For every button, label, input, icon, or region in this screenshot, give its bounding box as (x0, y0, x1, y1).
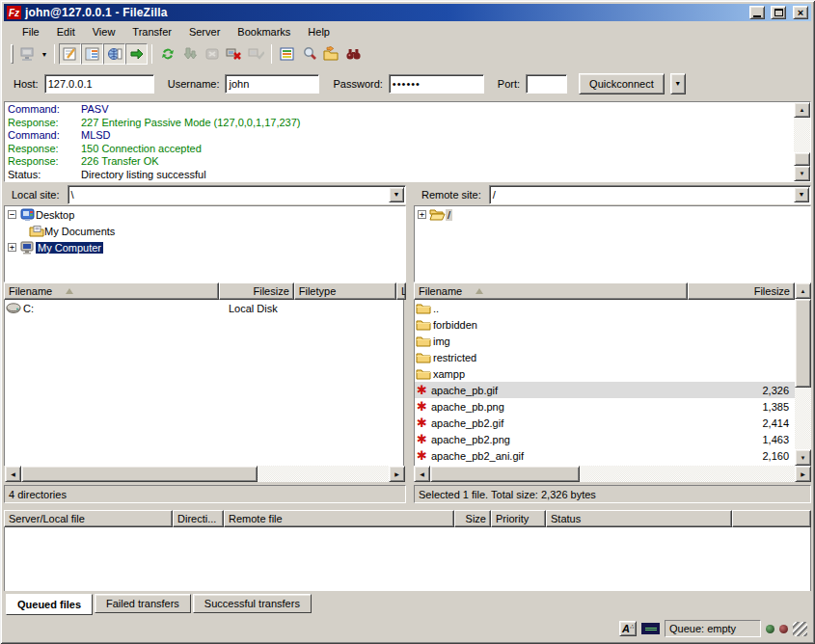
process-queue-button[interactable] (178, 43, 201, 65)
refresh-button[interactable] (156, 43, 178, 65)
open-folder-icon (429, 208, 446, 221)
chevron-down-icon: ▼ (41, 51, 48, 58)
scroll-down-icon[interactable]: ▼ (795, 449, 811, 466)
expand-icon[interactable]: + (8, 243, 16, 252)
column-direction[interactable]: Directi... (173, 510, 224, 527)
local-directory-tree[interactable]: − Desktop My Documents + My Computer (4, 205, 406, 282)
menu-view[interactable]: View (84, 24, 124, 40)
scroll-up-icon[interactable]: ▲ (794, 102, 810, 118)
menu-bookmarks[interactable]: Bookmarks (229, 24, 299, 40)
column-size[interactable]: Size (454, 510, 491, 527)
activity-led-red-icon (779, 625, 788, 633)
remote-file-row[interactable]: ✱ apache_pb2.gif 2,414 (415, 415, 795, 431)
scrollbar-thumb[interactable] (794, 152, 810, 166)
toolbar-grip[interactable] (11, 44, 14, 64)
tree-item-my-documents[interactable]: My Documents (5, 223, 405, 239)
column-last-modified[interactable]: L (396, 282, 406, 300)
synchronized-browsing-button[interactable] (342, 43, 365, 65)
quickconnect-button[interactable]: Quickconnect (579, 73, 665, 94)
column-server-local-file[interactable]: Server/Local file (4, 510, 173, 527)
column-priority[interactable]: Priority (491, 510, 546, 527)
column-filesize[interactable]: Filesize (219, 282, 293, 300)
tab-failed-transfers[interactable]: Failed transfers (95, 594, 191, 613)
close-button[interactable]: × (793, 6, 808, 19)
disconnect-button[interactable] (223, 43, 245, 65)
scroll-up-icon[interactable]: ▲ (795, 282, 811, 299)
column-filename[interactable]: Filename (4, 282, 219, 300)
remote-file-row[interactable]: ✱ apache_pb2_ani.gif 2,160 (415, 447, 795, 464)
tab-successful-transfers[interactable]: Successful transfers (193, 594, 312, 613)
scroll-down-icon[interactable]: ▼ (794, 166, 810, 181)
column-filetype[interactable]: Filetype (294, 282, 396, 300)
remote-file-row[interactable]: forbidden (415, 316, 795, 333)
menu-edit[interactable]: Edit (48, 24, 84, 40)
message-log[interactable]: Command:PASV Response:227 Entering Passi… (4, 101, 811, 182)
remote-file-row[interactable]: ✱ apache_pb.png 1,385 (415, 398, 795, 415)
port-input[interactable] (526, 74, 567, 94)
toolbar-separator (271, 44, 272, 64)
chevron-down-icon[interactable]: ▼ (389, 187, 404, 202)
toggle-transfer-queue-button[interactable] (125, 43, 148, 65)
file-search-button[interactable] (298, 43, 320, 65)
transfer-queue-list[interactable] (4, 527, 811, 591)
directory-comparison-button[interactable] (320, 43, 342, 65)
scrollbar-thumb[interactable] (795, 299, 811, 388)
resize-grip[interactable] (793, 622, 807, 636)
local-list-horizontal-scrollbar[interactable]: ◀ ▶ (5, 466, 405, 482)
remote-site-combobox[interactable]: / ▼ (489, 185, 811, 204)
expand-icon[interactable]: + (418, 210, 426, 219)
menu-server[interactable]: Server (180, 24, 229, 40)
filezilla-logo-icon[interactable]: Fz (7, 6, 21, 19)
collapse-icon[interactable]: − (8, 210, 16, 219)
remote-file-list[interactable]: .. forbidden img restricted xampp ✱ apac… (414, 300, 795, 466)
remote-file-row[interactable]: restricted (415, 349, 795, 365)
log-vertical-scrollbar[interactable]: ▲ ▼ (794, 102, 810, 181)
site-manager-dropdown-button[interactable]: ▼ (39, 43, 50, 65)
quickconnect-dropdown-button[interactable]: ▼ (670, 73, 686, 94)
host-input[interactable]: 127.0.0.1 (44, 74, 154, 94)
local-file-row[interactable]: C: Local Disk (5, 300, 403, 316)
scroll-right-icon[interactable]: ▶ (389, 466, 405, 482)
remote-file-row[interactable]: .. (415, 300, 795, 316)
menu-help[interactable]: Help (299, 24, 339, 40)
directory-listing-filters-button[interactable] (276, 43, 298, 65)
site-manager-button[interactable] (16, 43, 39, 65)
local-site-combobox[interactable]: \ ▼ (68, 185, 406, 204)
menu-transfer[interactable]: Transfer (123, 24, 180, 40)
remote-list-horizontal-scrollbar[interactable]: ◀ ▶ (414, 466, 811, 482)
transfer-type-indicator[interactable]: A∴ (619, 621, 637, 636)
remote-directory-tree[interactable]: + / (414, 205, 811, 282)
remote-file-row[interactable]: ✱ apache_pb2.png 1,463 (415, 431, 795, 447)
column-remote-file[interactable]: Remote file (224, 510, 454, 527)
remote-file-row-selected[interactable]: ✱ apache_pb.gif 2,326 (415, 382, 795, 398)
scroll-right-icon[interactable]: ▶ (795, 466, 811, 482)
remote-file-row[interactable]: xampp (415, 365, 795, 382)
menu-file[interactable]: File (14, 24, 48, 40)
scrollbar-thumb[interactable] (21, 466, 258, 482)
toggle-message-log-button[interactable] (59, 43, 81, 65)
remote-file-row[interactable]: img (415, 333, 795, 349)
maximize-button[interactable] (771, 6, 786, 19)
tree-item-my-computer[interactable]: + My Computer (5, 239, 405, 255)
tree-item-desktop[interactable]: − Desktop (5, 206, 405, 223)
remote-list-vertical-scrollbar[interactable]: ▲ ▼ (795, 282, 811, 466)
scrollbar-thumb[interactable] (430, 466, 580, 482)
speedlimit-indicator-icon[interactable] (641, 623, 660, 634)
toggle-local-tree-button[interactable] (81, 43, 103, 65)
tree-item-root[interactable]: + / (415, 206, 810, 223)
title-bar[interactable]: Fz john@127.0.0.1 - FileZilla × (4, 4, 811, 21)
column-filename[interactable]: Filename (414, 282, 688, 300)
reconnect-button[interactable] (245, 43, 267, 65)
scroll-left-icon[interactable]: ◀ (414, 466, 430, 482)
scroll-left-icon[interactable]: ◀ (5, 466, 21, 482)
username-input[interactable]: john (225, 74, 319, 94)
local-file-list[interactable]: C: Local Disk (4, 300, 404, 466)
password-input[interactable]: •••••• (389, 74, 484, 94)
column-status[interactable]: Status (546, 510, 732, 527)
column-filesize[interactable]: Filesize (688, 282, 795, 300)
tab-queued-files[interactable]: Queued files (6, 594, 93, 615)
chevron-down-icon[interactable]: ▼ (794, 187, 809, 202)
cancel-operation-button[interactable] (201, 43, 223, 65)
toggle-remote-tree-button[interactable] (103, 43, 125, 65)
minimize-button[interactable] (749, 6, 765, 19)
